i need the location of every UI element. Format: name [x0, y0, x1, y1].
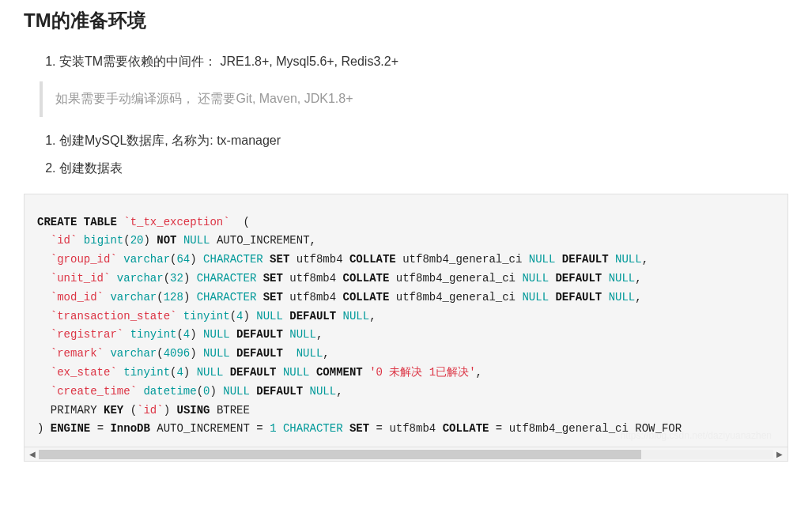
- id-pk: `id`: [137, 404, 164, 417]
- kw-null3: NULL: [615, 253, 642, 266]
- kw-collate2: COLLATE: [343, 272, 390, 285]
- kw-null9: NULL: [343, 310, 370, 323]
- eq4: =: [496, 422, 502, 435]
- ty-char2: CHARACTER: [197, 272, 257, 285]
- collation3: utf8mb4_general_ci: [396, 291, 516, 304]
- list-item-table: 创建数据表: [59, 154, 788, 182]
- col-id: `id`: [51, 234, 77, 247]
- sql-code-block: CREATE TABLE `t_tx_exception` ( `id` big…: [24, 194, 788, 448]
- kw-null: NULL: [183, 234, 210, 247]
- kw-default7: DEFAULT: [230, 366, 277, 379]
- kw-create: CREATE: [37, 216, 77, 228]
- kw-null10: NULL: [203, 328, 230, 341]
- comma5: ,: [316, 328, 323, 341]
- col-mod: `mod_id`: [51, 291, 104, 304]
- col-reg: `registrar`: [51, 328, 123, 341]
- ty-varchar3: varchar: [110, 291, 157, 304]
- ty-varchar: varchar: [123, 253, 170, 266]
- ty-char4: CHARACTER: [283, 422, 343, 435]
- kw-null16: NULL: [223, 385, 250, 398]
- ty-tinyint3: tinyint: [123, 366, 170, 379]
- num-4b: 4: [183, 328, 190, 341]
- num-4a: 4: [236, 310, 243, 323]
- kw-set: SET: [270, 253, 289, 266]
- utf8: utf8mb4: [296, 253, 343, 266]
- horizontal-scrollbar[interactable]: ◀ ▶: [24, 447, 788, 462]
- num-0: 0: [203, 385, 210, 398]
- auto-inc: AUTO_INCREMENT,: [217, 234, 316, 247]
- paren-close: ): [37, 422, 43, 435]
- ty-char: CHARACTER: [203, 253, 263, 266]
- comma: ,: [642, 253, 648, 266]
- kw-default3: DEFAULT: [555, 291, 602, 304]
- list-item-db: 创建MySQL数据库, 名称为: tx-manager: [59, 126, 788, 154]
- scroll-right-icon[interactable]: ▶: [775, 450, 784, 459]
- kw-default2: DEFAULT: [555, 272, 602, 285]
- page-heading: TM的准备环境: [24, 8, 788, 33]
- kw-default8: DEFAULT: [256, 385, 303, 398]
- ty-char3: CHARACTER: [197, 291, 257, 304]
- col-ts: `transaction_state`: [51, 310, 177, 323]
- ty-tinyint: tinyint: [183, 310, 230, 323]
- comma2: ,: [635, 272, 641, 285]
- eq2: =: [256, 422, 262, 435]
- kw-null4: NULL: [522, 272, 549, 285]
- num-4c: 4: [176, 366, 183, 379]
- comma4: ,: [369, 310, 376, 323]
- ty-varchar4: varchar: [110, 347, 157, 360]
- list-2: 创建MySQL数据库, 名称为: tx-manager 创建数据表: [24, 126, 788, 182]
- collation2: utf8mb4_general_ci: [396, 272, 516, 285]
- utf8-3: utf8mb4: [289, 291, 336, 304]
- col-unit: `unit_id`: [51, 272, 111, 285]
- kw-null6: NULL: [522, 291, 549, 304]
- col-remark: `remark`: [51, 347, 104, 360]
- scroll-thumb-gap: [641, 450, 773, 459]
- kw-null14: NULL: [197, 366, 224, 379]
- paren: (: [243, 216, 249, 228]
- kw-default: DEFAULT: [562, 253, 609, 266]
- sql-code: CREATE TABLE `t_tx_exception` ( `id` big…: [37, 213, 775, 439]
- utf8-2: utf8mb4: [289, 272, 336, 285]
- kw-null13: NULL: [296, 347, 323, 360]
- num-4096: 4096: [164, 347, 191, 360]
- innodb: InnoDB: [110, 422, 149, 435]
- kw-table: TABLE: [84, 216, 117, 228]
- num-32: 32: [170, 272, 183, 285]
- list-1: 安装TM需要依赖的中间件： JRE1.8+, Mysql5.6+, Redis3…: [24, 47, 788, 75]
- scroll-left-icon[interactable]: ◀: [28, 450, 37, 459]
- kw-null17: NULL: [310, 385, 337, 398]
- kw-null7: NULL: [609, 291, 636, 304]
- kw-default6: DEFAULT: [236, 347, 283, 360]
- num-64: 64: [176, 253, 190, 266]
- kw-comment: COMMENT: [316, 366, 363, 379]
- eq3: =: [376, 422, 383, 435]
- num-1: 1: [270, 422, 276, 435]
- kw-null12: NULL: [203, 347, 230, 360]
- kw-default5: DEFAULT: [236, 328, 283, 341]
- kw-set3: SET: [263, 291, 283, 304]
- kw-collate: COLLATE: [349, 253, 396, 266]
- utf8-4: utf8mb4: [389, 422, 436, 435]
- ty-bigint: bigint: [84, 234, 123, 247]
- scroll-track[interactable]: [39, 450, 773, 459]
- kw-collate3: COLLATE: [343, 291, 390, 304]
- comma3: ,: [635, 291, 641, 304]
- kw-set4: SET: [349, 422, 369, 435]
- kw-not: NOT: [157, 234, 176, 247]
- col-ex: `ex_state`: [51, 366, 117, 379]
- col-ct: `create_time`: [51, 385, 137, 398]
- col-group: `group_id`: [51, 253, 117, 266]
- kw-null11: NULL: [289, 328, 316, 341]
- ty-datetime: datetime: [143, 385, 196, 398]
- kw-null15: NULL: [283, 366, 310, 379]
- autoinc2: AUTO_INCREMENT: [157, 422, 250, 435]
- kw-engine: ENGINE: [51, 422, 90, 435]
- kw-default4: DEFAULT: [289, 310, 336, 323]
- eq1: =: [97, 422, 104, 435]
- watermark: https://blog.csdn.net/daziyuanazhen: [621, 428, 772, 443]
- collation: utf8mb4_general_ci: [402, 253, 522, 266]
- kw-key: KEY: [104, 404, 123, 417]
- ty-varchar2: varchar: [117, 272, 164, 285]
- str-comment: '0 未解决 1已解决': [369, 366, 475, 379]
- num-20: 20: [130, 234, 144, 247]
